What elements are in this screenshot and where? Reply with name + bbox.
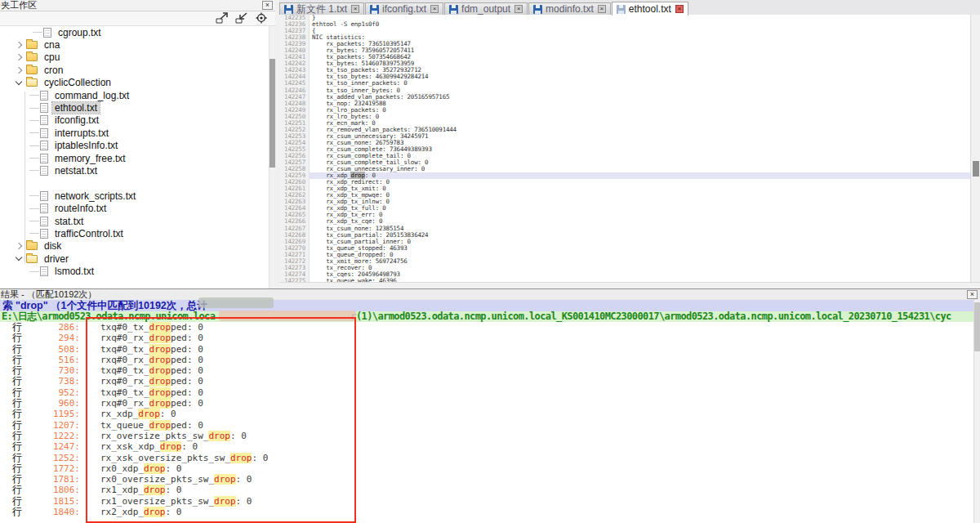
expand-all-icon[interactable] [216, 12, 229, 24]
tree-item-label: iptablesInfo.txt [52, 140, 120, 151]
editor-line: 142249 rx_lro_packets: 0 [279, 107, 970, 114]
editor-text-area[interactable]: 142235}142236ethtool -S enp1s0f0142237{1… [279, 15, 970, 282]
tree-item-label: netstat.txt [52, 165, 100, 177]
tree-item-interrupts.txt[interactable]: interrupts.txt [0, 127, 275, 139]
line-text: rx_lro_packets: 0 [310, 107, 970, 114]
tree-item-trafficControl.txt[interactable]: trafficControl.txt [0, 227, 275, 239]
tree-item-disk[interactable]: disk [0, 240, 275, 253]
tab-ifconfig.txt[interactable]: ifconfig.txt× [365, 2, 443, 16]
tree-item-label: disk [42, 240, 64, 252]
tree-item-label: ethtool.txt [52, 102, 100, 114]
line-text: tx_nop: 232419588 [310, 101, 970, 107]
line-text: rx_xdp_tx_xmit: 0 [310, 186, 970, 192]
line-text: tx_tso_inner_packets: 0 [310, 80, 970, 87]
row-line-number: 516: [28, 355, 80, 365]
editor-vertical-scrollbar[interactable] [970, 15, 980, 282]
chevron-right-icon[interactable] [16, 42, 22, 48]
file-icon [40, 115, 48, 125]
tree-item-stat.txt[interactable]: stat.txt [0, 215, 275, 227]
folder-icon [26, 66, 38, 74]
chevron-right-icon[interactable] [16, 243, 22, 249]
tree-connector-stub [29, 158, 39, 159]
editor-tab-bar: 新文件 1.txt×ifconfig.txt×fdm_output×modinf… [279, 0, 980, 16]
row-line-prefix: 行 [12, 322, 22, 333]
censor-blur-summary [198, 297, 274, 308]
tab-fdm_output[interactable]: fdm_output× [444, 2, 528, 16]
tree-item-network_scripts.txt[interactable]: network_scripts.txt [0, 190, 275, 202]
workspace-close-icon[interactable]: × [262, 1, 273, 10]
results-scrollbar-thumb[interactable] [974, 302, 980, 351]
tree-connector-stub [29, 95, 39, 96]
tree-item-lsmod.txt[interactable]: lsmod.txt [0, 265, 275, 277]
tab-close-icon[interactable]: × [430, 5, 439, 13]
editor-line: 142264 rx_xdp_tx_full: 0 [279, 205, 970, 212]
tree-item-ethtool.txt[interactable]: ethtool.txt [0, 101, 275, 114]
results-close-icon[interactable]: × [967, 290, 978, 299]
editor-horizontal-scrollbar[interactable] [279, 282, 980, 288]
saved-file-icon [449, 5, 458, 14]
tree-connector-stub [29, 195, 39, 196]
tree-item-iptablesInfo.txt[interactable]: iptablesInfo.txt [0, 140, 275, 152]
tree-item-label: interrupts.txt [52, 127, 111, 139]
tree-item-redacted [0, 177, 275, 190]
tree-item-memory_free.txt[interactable]: memory_free.txt [0, 152, 275, 164]
tree-connector-stub [29, 108, 39, 109]
file-icon [40, 203, 48, 213]
locate-file-icon[interactable] [255, 12, 269, 24]
file-icon [40, 217, 48, 226]
line-text: } [310, 15, 970, 21]
tree-item-driver[interactable]: driver [0, 253, 275, 265]
chevron-down-icon[interactable] [16, 254, 22, 261]
tab-ethtool.txt[interactable]: ethtool.txt× [612, 2, 688, 16]
results-scrollbar[interactable] [973, 300, 980, 523]
tab-close-icon[interactable]: × [351, 5, 359, 13]
tree-connector-stub [29, 120, 39, 121]
editor-vscroll-thumb[interactable] [973, 161, 979, 177]
chevron-right-icon[interactable] [16, 54, 22, 60]
tab-close-icon[interactable]: × [675, 5, 684, 13]
chevron-down-icon[interactable] [16, 78, 22, 85]
row-line-number: 1772: [28, 463, 80, 474]
collapse-all-icon[interactable] [235, 12, 249, 24]
tab-新文件 1.txt[interactable]: 新文件 1.txt× [279, 2, 364, 16]
tab-label: ethtool.txt [629, 3, 671, 15]
row-line-prefix: 行 [12, 344, 22, 355]
tree-item-cpu[interactable]: cpu [0, 51, 275, 64]
row-line-number: 1195: [28, 409, 80, 419]
chevron-right-icon[interactable] [16, 67, 22, 74]
editor-line: 142258 rx_csum_unnecessary_inner: 0 [279, 166, 970, 172]
editor-line: 142265 rx_xdp_tx_err: 0 [279, 212, 970, 218]
tree-connector-stub [29, 208, 39, 209]
line-text: tx_added_vlan_packets: 205165957165 [310, 94, 970, 101]
tree-connector-stub [29, 221, 39, 221]
tree-item-cyclicCollection[interactable]: cyclicCollection [0, 77, 275, 89]
results-title: 结果 - （匹配10192次） [1, 289, 96, 300]
tree-item-label: cna [42, 39, 62, 51]
tree-item-command_log.txt[interactable]: command_log.txt [0, 89, 275, 101]
tab-close-icon[interactable]: × [598, 5, 606, 13]
file-icon [40, 141, 48, 150]
line-text: rx_xdp_tx_full: 0 [310, 205, 970, 212]
tree-item-cna[interactable]: cna [0, 38, 275, 51]
tree-item-cron[interactable]: cron [0, 64, 275, 76]
line-text: rx_xdp_redirect: 0 [310, 179, 970, 186]
file-icon [40, 266, 48, 276]
tab-close-icon[interactable]: × [514, 5, 523, 13]
workspace-file-tree[interactable]: cgroup.txtcnacpucroncyclicCollectioncomm… [0, 26, 275, 288]
tree-item-label: lsmod.txt [52, 266, 96, 277]
tree-item-routeInfo.txt[interactable]: routeInfo.txt [0, 202, 275, 214]
search-summary-row[interactable]: 索 "drop" （1个文件中匹配到10192次，总计 [0, 300, 973, 311]
tab-modinfo.txt[interactable]: modinfo.txt× [528, 2, 611, 16]
line-text: rx_lro_bytes: 0 [310, 114, 970, 120]
tree-item-ifconfig.txt[interactable]: ifconfig.txt [0, 114, 275, 127]
tree-scrollbar-thumb[interactable] [270, 59, 275, 168]
row-line-prefix: 行 [12, 485, 22, 495]
tree-item-cgroup.txt[interactable]: cgroup.txt [0, 26, 275, 38]
row-line-prefix: 行 [12, 333, 22, 343]
tree-item-label: cyclicCollection [42, 77, 114, 88]
folder-workspace-panel: 夹工作区 × cgroup.txtcnacpucroncyclicCollect… [0, 0, 276, 288]
line-text: tx_queue_dropped: 0 [310, 252, 970, 258]
tree-scrollbar[interactable] [269, 26, 275, 288]
editor-line: 142236ethtool -S enp1s0f0 [279, 21, 970, 28]
tree-item-netstat.txt[interactable]: netstat.txt [0, 164, 275, 177]
